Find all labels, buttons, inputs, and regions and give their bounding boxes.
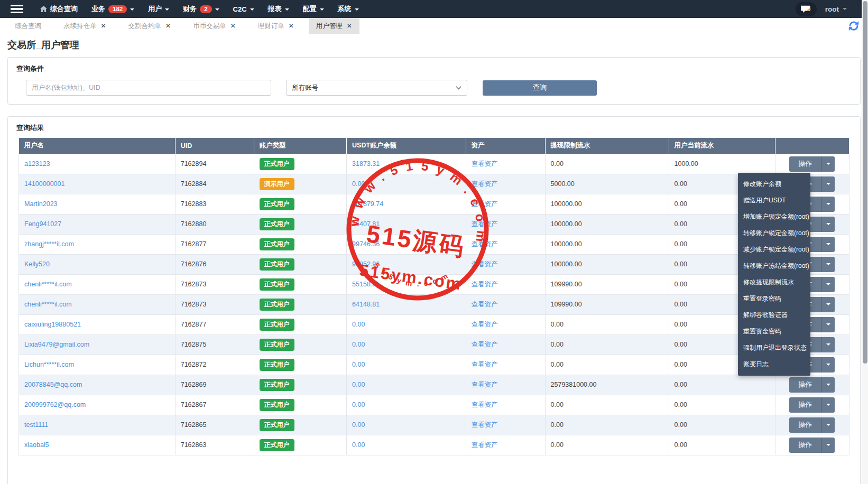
view-assets-link[interactable]: 查看资产 (472, 180, 498, 188)
view-assets-link[interactable]: 查看资产 (472, 361, 498, 368)
action-menu-item[interactable]: 重置登录密码 (738, 291, 810, 307)
action-button[interactable]: 操作 (789, 438, 821, 453)
balance-link[interactable]: 99746.36 (352, 240, 380, 248)
action-menu-item[interactable]: 修改账户余额 (738, 176, 810, 192)
action-menu-item[interactable]: 转移账户冻结金额(root) (738, 258, 810, 274)
action-menu-item[interactable]: 强制用户退出登录状态 (738, 340, 810, 356)
action-caret-button[interactable] (821, 377, 835, 393)
view-assets-link[interactable]: 查看资产 (472, 260, 498, 268)
balance-link[interactable]: 86407.81 (352, 220, 380, 228)
balance-link[interactable]: 0.00 (352, 421, 365, 429)
action-menu-item[interactable]: 增加账户锁定金额(root) (738, 209, 810, 225)
action-caret-button[interactable] (821, 156, 835, 172)
nav-menu-item[interactable]: 用户 (148, 4, 169, 14)
view-assets-link[interactable]: 查看资产 (472, 421, 498, 429)
username-link[interactable]: a123123 (24, 160, 50, 167)
scrollbar-thumb[interactable] (863, 1, 867, 364)
nav-menu-item[interactable]: 报表 (268, 4, 289, 14)
close-icon[interactable]: ✕ (101, 23, 106, 29)
refresh-button[interactable] (848, 20, 860, 32)
nav-menu-item[interactable]: 财务 2 (183, 4, 219, 14)
account-filter-select[interactable]: 所有账号 (286, 80, 467, 96)
action-caret-button[interactable] (821, 257, 835, 272)
view-assets-link[interactable]: 查看资产 (472, 281, 498, 288)
balance-link[interactable]: 31873.31 (352, 160, 380, 167)
hamburger-menu-icon[interactable] (0, 0, 34, 18)
action-caret-button[interactable] (821, 357, 835, 373)
search-input[interactable] (26, 80, 271, 96)
user-menu[interactable]: root (825, 5, 847, 13)
username-link[interactable]: xiaobai5 (24, 441, 49, 449)
username-link[interactable]: chenli*****il.com (24, 281, 72, 288)
username-link[interactable]: Lichun*****il.com (24, 361, 74, 368)
view-assets-link[interactable]: 查看资产 (472, 401, 498, 408)
action-menu-item[interactable]: 解绑谷歌验证器 (738, 307, 810, 323)
close-icon[interactable]: ✕ (165, 23, 171, 29)
view-assets-link[interactable]: 查看资产 (472, 301, 498, 308)
page-tab[interactable]: 币币交易单 ✕ (186, 18, 243, 34)
username-link[interactable]: Feng941027 (24, 220, 61, 228)
action-caret-button[interactable] (821, 297, 835, 312)
nav-menu-item[interactable]: C2C (233, 5, 254, 13)
balance-link[interactable]: 55158.81 (352, 281, 380, 288)
nav-menu-item[interactable]: 综合查询 (40, 4, 78, 14)
action-button[interactable]: 操作 (789, 417, 821, 433)
search-button[interactable]: 查询 (483, 80, 597, 96)
balance-link[interactable]: 0.00 (352, 401, 365, 408)
action-caret-button[interactable] (821, 217, 835, 232)
close-icon[interactable]: ✕ (230, 23, 236, 29)
username-link[interactable]: zhangj*****il.com (24, 240, 74, 248)
view-assets-link[interactable]: 查看资产 (472, 321, 498, 328)
username-link[interactable]: caixiuling19880521 (24, 321, 81, 328)
page-tab[interactable]: 用户管理 ✕ (309, 18, 359, 34)
nav-menu-item[interactable]: 配置 (303, 4, 324, 14)
nav-menu-item[interactable]: 系统 (338, 4, 359, 14)
action-caret-button[interactable] (821, 438, 835, 453)
page-tab[interactable]: 理财订单 ✕ (251, 18, 301, 34)
username-link[interactable]: Kelly520 (24, 260, 50, 268)
action-caret-button[interactable] (821, 417, 835, 433)
balance-link[interactable]: 0.00 (352, 321, 365, 328)
page-tab[interactable]: 永续持仓单 ✕ (56, 18, 114, 34)
view-assets-link[interactable]: 查看资产 (472, 240, 498, 248)
action-caret-button[interactable] (821, 337, 835, 352)
view-assets-link[interactable]: 查看资产 (472, 220, 498, 228)
action-menu-item[interactable]: 减少账户锁定金额(root) (738, 241, 810, 258)
action-menu-item[interactable]: 重置资金密码 (738, 323, 810, 340)
action-caret-button[interactable] (821, 277, 835, 292)
username-link[interactable]: 20078845@qq.com (24, 381, 82, 388)
close-icon[interactable]: ✕ (289, 23, 294, 29)
balance-link[interactable]: 0.00 (352, 180, 365, 188)
action-caret-button[interactable] (821, 176, 835, 192)
action-caret-button[interactable] (821, 317, 835, 332)
balance-link[interactable]: 0.00 (352, 441, 365, 449)
action-button[interactable]: 操作 (789, 377, 821, 393)
action-menu-item[interactable]: 转移账户锁定金额(root) (738, 225, 810, 241)
action-button[interactable]: 操作 (789, 397, 821, 413)
username-link[interactable]: chenli*****il.com (24, 301, 72, 308)
balance-link[interactable]: 0.00 (352, 381, 365, 388)
action-button[interactable]: 操作 (789, 156, 821, 172)
action-menu-item[interactable]: 账变日志 (738, 356, 810, 373)
page-tab[interactable]: 交割合约单 ✕ (121, 18, 179, 34)
username-link[interactable]: Martin2023 (24, 200, 58, 208)
username-link[interactable]: 200999762@qq.com (24, 401, 86, 408)
nav-menu-item[interactable]: 业务 182 (91, 4, 134, 14)
balance-link[interactable]: 0.00 (352, 361, 365, 368)
balance-link[interactable]: 107879.74 (352, 200, 383, 208)
username-link[interactable]: 14100000001 (24, 180, 64, 188)
balance-link[interactable]: 0.00 (352, 341, 365, 348)
balance-link[interactable]: 64148.81 (352, 301, 380, 308)
view-assets-link[interactable]: 查看资产 (472, 200, 498, 208)
action-menu-item[interactable]: 赠送用户USDT (738, 192, 810, 209)
username-link[interactable]: test1111 (24, 421, 48, 429)
view-assets-link[interactable]: 查看资产 (472, 341, 498, 348)
action-caret-button[interactable] (821, 237, 835, 252)
action-caret-button[interactable] (821, 197, 835, 212)
username-link[interactable]: Lixia9479@gmail.com (24, 341, 89, 348)
vertical-scrollbar[interactable] (862, 0, 868, 484)
action-caret-button[interactable] (821, 397, 835, 413)
chat-button[interactable] (796, 2, 817, 16)
balance-link[interactable]: 96852.96 (352, 260, 380, 268)
action-menu-item[interactable]: 修改提现限制流水 (738, 274, 810, 291)
